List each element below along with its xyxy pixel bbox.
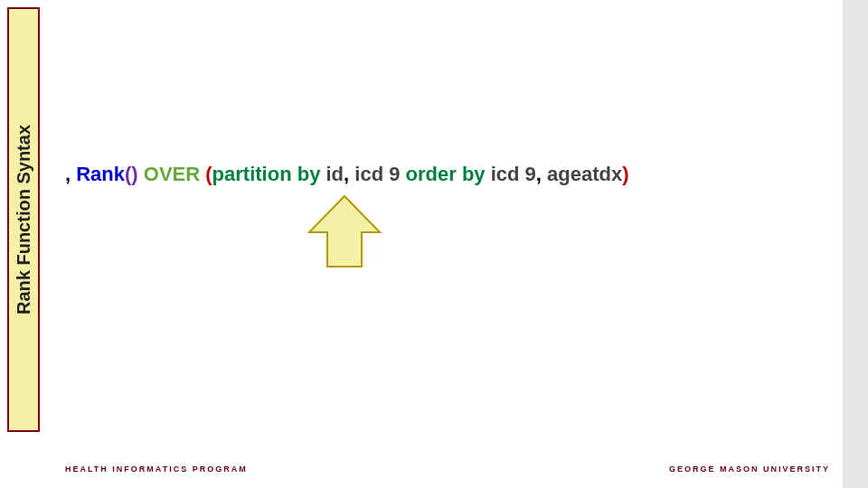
code-id: id xyxy=(326,163,344,185)
code-paren-close-1: ) xyxy=(131,163,137,185)
code-over: OVER xyxy=(138,163,206,185)
code-comma-2: , xyxy=(536,163,547,185)
footer-left: HEALTH INFORMATICS PROGRAM xyxy=(65,465,248,474)
sidebar-title: Rank Function Syntax xyxy=(14,125,34,314)
code-line: , Rank() OVER (partition by id, icd 9 or… xyxy=(65,163,629,186)
code-order-by: order by xyxy=(400,163,490,185)
right-gutter xyxy=(843,0,868,488)
code-partition-by: partition by xyxy=(212,163,326,185)
code-icd9-b: icd 9 xyxy=(491,163,536,185)
code-icd9-a: icd 9 xyxy=(354,163,400,185)
footer-right: GEORGE MASON UNIVERSITY xyxy=(669,465,830,474)
code-lead: , xyxy=(65,163,76,185)
slide: Rank Function Syntax , Rank() OVER (part… xyxy=(0,0,868,488)
code-paren-close-2: ) xyxy=(622,163,628,185)
code-rank: Rank xyxy=(76,163,125,185)
code-ageatdx: ageatdx xyxy=(547,163,622,185)
code-paren-open-2: ( xyxy=(205,163,212,185)
code-comma-1: , xyxy=(344,163,354,185)
sidebar-title-box: Rank Function Syntax xyxy=(7,7,40,432)
up-arrow-icon xyxy=(307,194,382,271)
svg-marker-0 xyxy=(309,196,380,267)
